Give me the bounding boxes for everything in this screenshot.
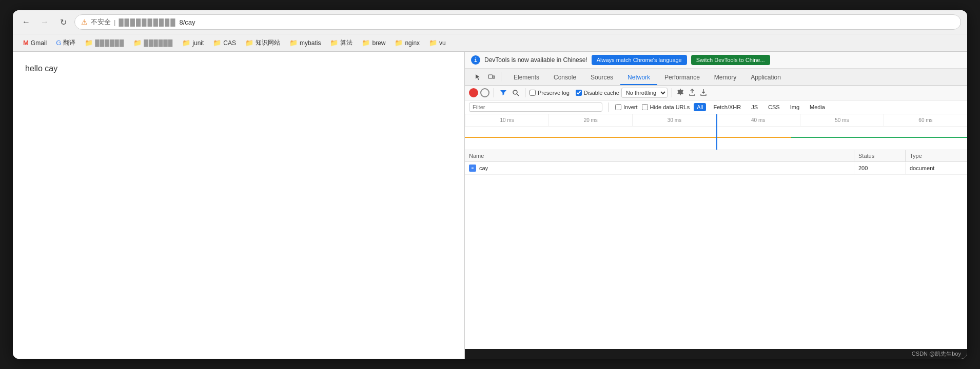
- svg-point-2: [513, 90, 517, 94]
- tab-application[interactable]: Application: [743, 71, 788, 85]
- bookmark-knowledge[interactable]: 📁 知识网站: [241, 37, 284, 49]
- bookmark-algorithm[interactable]: 📁 算法: [326, 37, 357, 49]
- disable-cache-checkbox-label[interactable]: Disable cache: [576, 90, 619, 96]
- bookmark-junit[interactable]: 📁 junit: [178, 37, 208, 48]
- always-match-language-button[interactable]: Always match Chrome's language: [592, 55, 687, 65]
- record-button[interactable]: [469, 88, 478, 97]
- bookmark-mybatis-label: mybatis: [300, 39, 321, 47]
- address-url: 8/cay: [180, 18, 195, 26]
- switch-devtools-language-button[interactable]: Switch DevTools to Chine...: [691, 55, 770, 65]
- tab-network[interactable]: Network: [620, 71, 657, 85]
- folder-icon-4: 📁: [213, 39, 221, 47]
- devtools-icon-buttons: [469, 69, 506, 85]
- column-type-header[interactable]: Type: [906, 150, 967, 161]
- timeline-area: 10 ms 20 ms 30 ms 40 ms 50 ms 60 ms: [465, 114, 967, 150]
- filter-type-css[interactable]: CSS: [765, 103, 783, 111]
- filter-type-all[interactable]: All: [694, 103, 706, 111]
- column-name-header[interactable]: Name: [465, 150, 854, 161]
- folder-icon-7: 📁: [330, 39, 338, 47]
- cursor-icon-btn[interactable]: [472, 71, 484, 83]
- footer-text: CSDN @凯先生boy: [912, 351, 961, 357]
- table-body: ≡ cay 200 document: [465, 162, 967, 349]
- row-type-cell: document: [906, 162, 967, 174]
- tab-console[interactable]: Console: [546, 71, 583, 85]
- browser-window: ← → ↻ ⚠ 不安全 | ██████████ 8/cay M Gmail G…: [13, 10, 967, 359]
- bookmark-vu[interactable]: 📁 vu: [425, 37, 450, 48]
- filter-type-img[interactable]: Img: [787, 103, 802, 111]
- table-row[interactable]: ≡ cay 200 document: [465, 162, 967, 175]
- bookmark-brew[interactable]: 📁 brew: [358, 37, 389, 48]
- main-area: hello cay i DevTools is now available in…: [13, 52, 967, 359]
- refresh-button[interactable]: ↻: [56, 15, 70, 29]
- address-blurred: ██████████: [119, 18, 176, 26]
- notification-text: DevTools is now available in Chinese!: [484, 56, 587, 64]
- bookmark-nginx[interactable]: 📁 nginx: [390, 37, 424, 48]
- folder-icon-2: 📁: [133, 39, 142, 47]
- page-content: hello cay: [13, 52, 464, 359]
- toolbar-divider-2: [525, 88, 525, 97]
- timeline-tracks: [465, 127, 967, 147]
- filter-type-media[interactable]: Media: [807, 103, 828, 111]
- preserve-log-checkbox[interactable]: [530, 90, 536, 96]
- address-separator: |: [114, 18, 115, 26]
- forward-button[interactable]: →: [37, 15, 52, 29]
- hide-data-urls-checkbox-label[interactable]: Hide data URLs: [642, 104, 690, 110]
- security-label: 不安全: [91, 17, 111, 27]
- devtools-tabs: Elements Console Sources Network Perform…: [465, 69, 967, 86]
- security-warning-icon: ⚠: [81, 18, 88, 26]
- toolbar-divider-3: [672, 88, 672, 97]
- nav-row: ← → ↻ ⚠ 不安全 | ██████████ 8/cay: [13, 10, 967, 34]
- bookmark-vu-label: vu: [439, 39, 446, 47]
- device-toggle-btn[interactable]: [485, 71, 498, 83]
- bookmark-algorithm-label: 算法: [340, 38, 352, 47]
- svg-rect-0: [488, 75, 493, 78]
- bookmark-gmail[interactable]: M Gmail: [19, 37, 51, 48]
- tab-sources[interactable]: Sources: [583, 71, 620, 85]
- bookmark-blurred2[interactable]: 📁 ██████: [129, 37, 177, 48]
- address-bar[interactable]: ⚠ 不安全 | ██████████ 8/cay: [74, 14, 961, 30]
- ruler-mark-10ms: 10 ms: [465, 114, 548, 126]
- devtools-panel: i DevTools is now available in Chinese! …: [464, 52, 967, 359]
- tab-memory[interactable]: Memory: [707, 71, 743, 85]
- download-icon[interactable]: [700, 89, 707, 97]
- folder-icon: 📁: [85, 39, 93, 47]
- ruler-mark-20ms: 20 ms: [548, 114, 632, 126]
- ruler-mark-30ms: 30 ms: [632, 114, 716, 126]
- row-status-cell: 200: [854, 162, 906, 174]
- invert-checkbox-label[interactable]: Invert: [615, 104, 638, 110]
- upload-icon[interactable]: [689, 89, 696, 97]
- folder-icon-10: 📁: [429, 39, 437, 47]
- ruler-mark-40ms: 40 ms: [716, 114, 800, 126]
- search-button[interactable]: [511, 88, 521, 98]
- column-status-header[interactable]: Status: [854, 150, 906, 161]
- tab-elements[interactable]: Elements: [506, 71, 546, 85]
- tab-performance[interactable]: Performance: [657, 71, 707, 85]
- bookmark-junit-label: junit: [192, 39, 204, 47]
- devtools-notification-bar: i DevTools is now available in Chinese! …: [465, 52, 967, 69]
- invert-checkbox[interactable]: [615, 104, 621, 110]
- filter-type-fetch-xhr[interactable]: Fetch/XHR: [710, 103, 744, 111]
- clear-button[interactable]: [480, 88, 489, 97]
- back-button[interactable]: ←: [19, 15, 33, 29]
- throttling-select[interactable]: No throttling Fast 3G Slow 3G: [621, 88, 668, 98]
- bookmark-blurred2-label: ██████: [144, 39, 173, 47]
- hide-data-urls-checkbox[interactable]: [642, 104, 648, 110]
- filter-divider-1: [609, 102, 609, 112]
- filter-input[interactable]: [469, 102, 602, 112]
- chrome-top-bar: ← → ↻ ⚠ 不安全 | ██████████ 8/cay M Gmail G…: [13, 10, 967, 52]
- bookmark-cas[interactable]: 📁 CAS: [209, 37, 240, 48]
- filter-type-js[interactable]: JS: [748, 103, 761, 111]
- bookmark-brew-label: brew: [372, 39, 385, 47]
- disable-cache-checkbox[interactable]: [576, 90, 582, 96]
- page-hello-text: hello cay: [25, 64, 57, 73]
- bookmark-knowledge-label: 知识网站: [256, 38, 280, 47]
- preserve-log-label: Preserve log: [538, 90, 570, 96]
- gmail-icon: M: [23, 39, 29, 47]
- bookmark-translate[interactable]: G 翻译: [52, 37, 80, 49]
- filter-button[interactable]: [498, 88, 508, 98]
- preserve-log-checkbox-label[interactable]: Preserve log: [530, 90, 570, 96]
- bookmark-blurred1[interactable]: 📁 ██████: [81, 37, 128, 48]
- toolbar-divider-1: [494, 88, 494, 97]
- bookmark-mybatis[interactable]: 📁 mybatis: [285, 37, 325, 48]
- settings-gear-icon[interactable]: [676, 88, 684, 98]
